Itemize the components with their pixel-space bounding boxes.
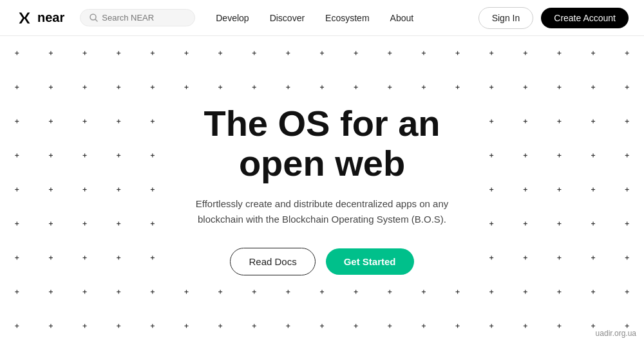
hero-subtitle: Effortlessly create and distribute decen… <box>193 196 451 227</box>
nav-develop[interactable]: Develop <box>216 13 249 23</box>
signin-button[interactable]: Sign In <box>478 7 534 29</box>
nav-actions: Sign In Create Account <box>478 7 629 29</box>
hero-section: The OS for an open web Effortlessly crea… <box>0 36 644 343</box>
nav-links: Develop Discover Ecosystem About <box>216 13 478 23</box>
hero-title: The OS for an open web <box>204 104 440 183</box>
nav-about[interactable]: About <box>390 13 414 23</box>
nav-discover[interactable]: Discover <box>270 13 305 23</box>
logo-text: near <box>37 10 64 25</box>
create-account-button[interactable]: Create Account <box>541 8 629 28</box>
nav-ecosystem[interactable]: Ecosystem <box>325 13 369 23</box>
read-docs-button[interactable]: Read Docs <box>230 248 315 275</box>
logo[interactable]: near <box>15 9 64 27</box>
search-input[interactable] <box>102 13 185 23</box>
get-started-button[interactable]: Get Started <box>326 248 414 275</box>
search-box[interactable] <box>80 9 195 26</box>
watermark: uadir.org.ua <box>596 329 636 338</box>
navbar: near Develop Discover Ecosystem About Si… <box>0 0 644 36</box>
near-logo-icon <box>15 9 33 27</box>
search-icon <box>90 14 98 22</box>
hero-buttons: Read Docs Get Started <box>230 248 413 275</box>
